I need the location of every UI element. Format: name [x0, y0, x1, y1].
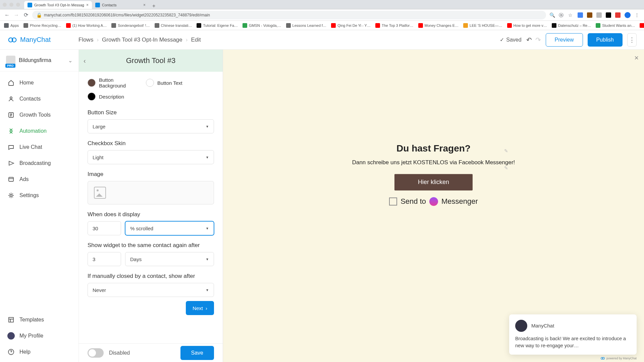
logo-text: ManyChat	[20, 36, 51, 44]
extension-icon[interactable]	[606, 12, 611, 18]
logo[interactable]: ManyChat	[7, 35, 78, 45]
breadcrumb-tool[interactable]: Growth Tool #3 Opt-In Message	[102, 37, 182, 43]
button-size-select[interactable]: Large	[88, 119, 214, 133]
sidebar-item-help[interactable]: Help	[0, 344, 78, 360]
color-description[interactable]: Description	[88, 90, 214, 103]
color-button-background[interactable]: Button Background	[88, 75, 136, 90]
avatar-icon[interactable]	[625, 12, 631, 18]
sidebar-item-ads[interactable]: Ads	[0, 171, 78, 187]
zoom-icon[interactable]: 🔍	[549, 12, 555, 18]
browser-tab-inactive[interactable]: Contacts ×	[92, 1, 149, 9]
nav-reload-icon[interactable]: ⟳	[23, 12, 29, 18]
favicon-icon	[507, 23, 512, 28]
more-options-button[interactable]: ⋮	[627, 33, 637, 47]
window-maximize[interactable]	[16, 3, 20, 7]
widget-cta-button[interactable]: Hier klicken	[394, 174, 473, 190]
save-button[interactable]: Save	[180, 346, 214, 360]
favicon-icon	[155, 23, 159, 28]
image-upload[interactable]	[88, 181, 214, 204]
bookmark-item[interactable]: Qing Fei De Yi - Y…	[331, 23, 371, 28]
undo-icon[interactable]: ↶	[526, 36, 532, 44]
checkbox-skin-label: Checkbox Skin	[88, 140, 214, 147]
favicon-icon	[418, 23, 423, 28]
bookmark-item[interactable]: How to get more v…	[507, 23, 547, 28]
image-label: Image	[88, 171, 214, 178]
notification-card[interactable]: ManyChat Broadcasting is back! We are ex…	[509, 314, 637, 355]
panel-header: ‹ Growth Tool #3	[79, 50, 223, 72]
display-amount-input[interactable]	[88, 221, 121, 235]
sidebar-item-automation[interactable]: Automation	[0, 123, 78, 139]
close-preview-icon[interactable]: ×	[634, 54, 639, 62]
bookmark-item[interactable]: Tutorial: Eigene Fa…	[197, 23, 238, 28]
bookmark-item[interactable]: GMSN - Vologda,…	[243, 23, 281, 28]
back-arrow-icon[interactable]: ‹	[84, 57, 86, 65]
checkbox-icon[interactable]	[389, 197, 397, 205]
toggle-label: Disabled	[109, 350, 130, 356]
sidebar-item-contacts[interactable]: Contacts	[0, 91, 78, 107]
translate-icon[interactable]: ⓐ	[559, 12, 564, 18]
enabled-toggle[interactable]	[88, 348, 104, 358]
check-icon: ✓	[500, 37, 504, 43]
bookmark-item[interactable]: The Top 3 Platfor…	[375, 23, 414, 28]
widget-headline[interactable]: Du hast Fragen?	[346, 143, 521, 154]
extension-icon[interactable]	[596, 12, 602, 18]
show-again-unit-select[interactable]: Days	[125, 252, 214, 266]
color-button-text[interactable]: Button Text	[146, 75, 182, 90]
bookmarks-bar: Apps Phone Recycling… (1) How Working A……	[0, 21, 644, 30]
tab-close-icon[interactable]: ×	[86, 3, 89, 7]
new-tab-button[interactable]: +	[149, 3, 159, 9]
bookmark-item[interactable]: (1) How Working A…	[66, 23, 107, 28]
chevron-right-icon: ›	[186, 37, 188, 43]
sidebar-item-growth-tools[interactable]: Growth Tools	[0, 107, 78, 123]
send-to-messenger-row[interactable]: Send to Messenger	[346, 197, 521, 206]
bookmark-item[interactable]: LEE 'S HOUSE—…	[463, 23, 502, 28]
bookmark-item[interactable]: Phone Recycling…	[23, 23, 61, 28]
bookmark-item[interactable]: Money Changes E…	[418, 23, 459, 28]
extension-icon[interactable]	[578, 12, 583, 18]
sidebar-item-broadcasting[interactable]: Broadcasting	[0, 155, 78, 171]
url-text: manychat.com/fb198150208192060618/cms/fi…	[44, 13, 210, 17]
window-close[interactable]	[3, 3, 7, 7]
nav-forward-icon[interactable]: →	[13, 12, 19, 18]
bookmark-item[interactable]: (2) How To Add A…	[640, 23, 644, 28]
bookmark-item[interactable]: Student Wants an…	[596, 23, 635, 28]
browser-tab-active[interactable]: Growth Tool #3 Opt-In Messag ×	[24, 1, 92, 9]
next-button[interactable]: Next ›	[186, 301, 214, 315]
manual-close-label: If manually closed by a contact, show af…	[88, 273, 214, 280]
bookmark-star-icon[interactable]: ☆	[568, 12, 574, 18]
publish-button[interactable]: Publish	[588, 33, 623, 47]
bookmark-item[interactable]: Datenschutz – Re…	[552, 23, 591, 28]
display-unit-select[interactable]: % scrolled	[125, 221, 214, 235]
sidebar-item-settings[interactable]: Settings	[0, 187, 78, 203]
bookmark-item[interactable]: Lessons Learned f…	[286, 23, 327, 28]
bookmark-apps[interactable]: Apps	[4, 23, 19, 28]
preview-canvas: × ✎ ✎ Du hast Fragen? Dann schreibe uns …	[223, 50, 644, 362]
breadcrumb-edit[interactable]: Edit	[191, 37, 201, 43]
sidebar-item-templates[interactable]: Templates	[0, 312, 78, 328]
nav-back-icon[interactable]: ←	[4, 12, 10, 18]
manual-close-select[interactable]: Never	[88, 283, 214, 297]
menu-kebab-icon[interactable]: ⋮	[635, 12, 640, 18]
chat-icon	[7, 143, 15, 151]
widget-subtext[interactable]: Dann schreibe uns jetzt KOSTENLOS via Fa…	[346, 159, 521, 166]
redo-icon[interactable]: ↷	[535, 36, 541, 44]
preview-button[interactable]: Preview	[546, 33, 583, 47]
bookmark-item[interactable]: Sonderangebot! !…	[111, 23, 150, 28]
extension-icon[interactable]	[587, 12, 592, 18]
favicon-icon	[197, 23, 201, 28]
sidebar-item-home[interactable]: Home	[0, 75, 78, 91]
extension-icon[interactable]	[615, 12, 621, 18]
tab-close-icon[interactable]: ×	[143, 3, 146, 7]
window-minimize[interactable]	[9, 3, 13, 7]
org-switcher[interactable]: PRO Bildungsfirma ⌄	[0, 50, 78, 71]
address-bar[interactable]: 🔒 manychat.com/fb198150208192060618/cms/…	[32, 11, 546, 19]
breadcrumb-flows[interactable]: Flows	[78, 37, 93, 43]
powered-by-label: powered by ManyChat	[600, 356, 637, 361]
sidebar-item-live-chat[interactable]: Live Chat	[0, 139, 78, 155]
favicon-icon	[95, 3, 100, 7]
bookmark-item[interactable]: Chinese translati…	[155, 23, 192, 28]
checkbox-skin-select[interactable]: Light	[88, 150, 214, 164]
favicon-icon	[111, 23, 116, 28]
show-again-amount-input[interactable]	[88, 252, 121, 266]
sidebar-item-profile[interactable]: My Profile	[0, 328, 78, 344]
